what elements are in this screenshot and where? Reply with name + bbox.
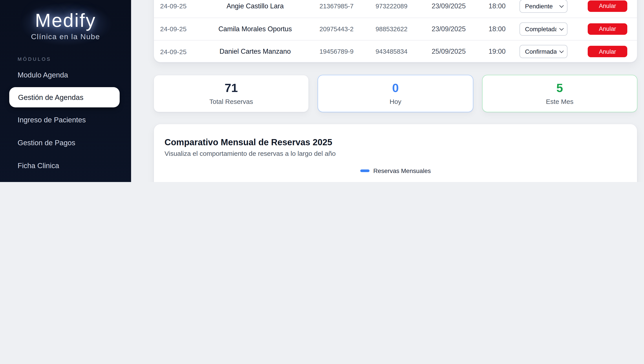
sidebar-item-ficha-clinica[interactable]: Ficha Clinica — [0, 154, 131, 177]
estado-select-wrap: PendienteConfirmadaCompletada — [519, 0, 567, 13]
cell-hora: 18:00 — [480, 2, 515, 10]
section-label-modulos: MÓDULOS — [18, 56, 123, 62]
estado-select-wrap: PendienteConfirmadaCompletada — [519, 23, 567, 36]
cell-telefono: 943485834 — [365, 48, 418, 55]
cell-fecha-reserva: 24-09-25 — [154, 48, 202, 56]
cell-fecha-cita: 23/09/2025 — [418, 25, 480, 33]
estado-select[interactable]: PendienteConfirmadaCompletada — [519, 0, 567, 13]
cell-telefono: 988532622 — [365, 26, 418, 33]
sidebar-item-gestion-de-agendas[interactable]: Gestión de Agendas — [9, 87, 120, 107]
cell-fecha-cita: 23/09/2025 — [418, 2, 480, 10]
cell-fecha-reserva: 24-09-25 — [154, 3, 202, 10]
sidebar: Medify Clínica en la Nube MÓDULOS Modulo… — [0, 0, 131, 182]
este-mes-value: 5 — [556, 82, 563, 94]
cell-nombre-paciente: Daniel Cartes Manzano — [202, 48, 308, 56]
legend-label: Reservas Mensuales — [373, 167, 431, 174]
reservas-table-body: 24-09-25 Angie Castillo Lara 21367985-7 … — [154, 0, 637, 63]
anular-button[interactable]: Anular — [588, 46, 627, 58]
stat-card-hoy: 0 Hoy — [318, 75, 473, 112]
stat-card-total-reservas: 71 Total Reservas — [154, 75, 309, 112]
legend-dash-icon — [360, 169, 369, 172]
total-reservas-label: Total Reservas — [210, 98, 253, 105]
cell-nombre-paciente: Angie Castillo Lara — [202, 2, 308, 10]
cell-rut: 20975443-2 — [308, 26, 365, 33]
table-row: 24-09-25 Camila Morales Oportus 20975443… — [154, 17, 637, 40]
total-reservas-value: 71 — [224, 82, 238, 94]
hoy-label: Hoy — [390, 98, 401, 105]
cell-rut: 21367985-7 — [308, 3, 365, 10]
estado-select[interactable]: PendienteConfirmadaCompletada — [519, 23, 567, 36]
este-mes-label: Este Mes — [546, 98, 574, 105]
reservas-table-card: 24-09-25 Angie Castillo Lara 21367985-7 … — [154, 0, 638, 63]
cell-telefono: 973222089 — [365, 3, 418, 10]
cell-nombre-paciente: Camila Morales Oportus — [202, 25, 308, 33]
cell-hora: 19:00 — [480, 48, 515, 56]
anular-button[interactable]: Anular — [588, 23, 627, 35]
cell-rut: 19456789-9 — [308, 48, 365, 55]
app-logo: Medify — [0, 10, 131, 31]
cell-hora: 18:00 — [480, 25, 515, 33]
chart-subtitle: Visualiza el comportamiento de reservas … — [164, 150, 336, 157]
chart-title: Comparativo Mensual de Reservas 2025 — [164, 137, 332, 147]
sidebar-item-ingreso-de-pacientes[interactable]: Ingreso de Pacientes — [0, 108, 131, 131]
estado-select[interactable]: PendienteConfirmadaCompletada — [519, 45, 567, 58]
table-row: 24-09-25 Daniel Cartes Manzano 19456789-… — [154, 40, 637, 63]
anular-button[interactable]: Anular — [588, 1, 627, 12]
chart-card: Comparativo Mensual de Reservas 2025 Vis… — [154, 124, 638, 182]
hoy-value: 0 — [392, 82, 399, 94]
app-tagline: Clínica en la Nube — [0, 33, 131, 41]
sidebar-item-modulo-agenda[interactable]: Modulo Agenda — [0, 63, 131, 86]
stats-row: 71 Total Reservas 0 Hoy 5 Este Mes — [154, 75, 638, 112]
chart-legend: Reservas Mensuales — [154, 167, 637, 174]
estado-select-wrap: PendienteConfirmadaCompletada — [519, 45, 567, 58]
table-row: 24-09-25 Angie Castillo Lara 21367985-7 … — [154, 0, 637, 17]
cell-fecha-cita: 25/09/2025 — [418, 48, 480, 56]
main-content: 24-09-25 Angie Castillo Lara 21367985-7 … — [131, 0, 644, 182]
stat-card-este-mes: 5 Este Mes — [482, 75, 638, 112]
sidebar-item-gestion-de-pagos[interactable]: Gestion de Pagos — [0, 131, 131, 154]
cell-fecha-reserva: 24-09-25 — [154, 25, 202, 33]
app-root: Medify Clínica en la Nube MÓDULOS Modulo… — [0, 0, 644, 182]
